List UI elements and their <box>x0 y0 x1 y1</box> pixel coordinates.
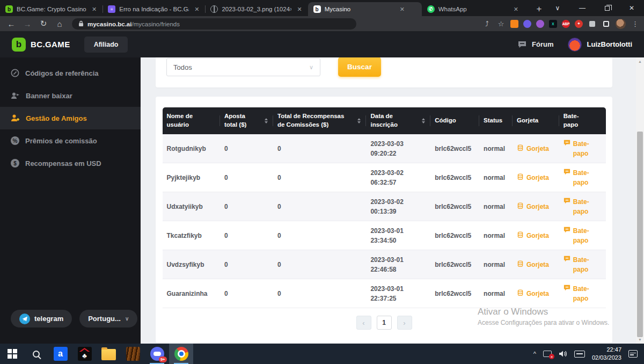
tab-close-icon[interactable]: ✕ <box>90 5 98 13</box>
browser-tab[interactable]: b BC.Game: Crypto Casino Gam ✕ <box>0 2 103 16</box>
browser-tab-active[interactable]: b Mycasino ✕ <box>308 2 422 16</box>
start-button[interactable] <box>0 344 24 364</box>
url-host: mycasino.bc.ai <box>87 21 131 27</box>
nav-affiliate[interactable]: Afiliado <box>84 37 128 53</box>
taskbar-amd-app[interactable]: a <box>48 344 72 364</box>
extension-square-icon[interactable] <box>602 19 611 28</box>
tip-link[interactable]: Gorjeta <box>513 202 559 212</box>
tip-link[interactable]: Gorjeta <box>513 231 559 241</box>
share-icon[interactable]: ⤴ <box>482 19 492 28</box>
taskbar-clock[interactable]: 22:47 02/03/2023 <box>592 346 621 362</box>
taskbar-chrome-app[interactable] <box>169 344 193 364</box>
chat-link[interactable]: Bate-papo <box>559 168 606 187</box>
column-header[interactable]: Aposta total ($) <box>220 107 273 134</box>
restore-button[interactable] <box>595 0 619 16</box>
cell-status: normal <box>479 231 513 241</box>
sort-icon[interactable] <box>422 118 426 123</box>
browser-toolbar: ← → ↻ ⌂ mycasino.bc.ai/mycasino/friends … <box>0 16 644 31</box>
tab-close-icon[interactable]: ✕ <box>512 5 520 13</box>
column-header[interactable]: Data de inscrição <box>366 107 430 134</box>
bcgame-logo-icon[interactable]: b <box>12 38 26 52</box>
tab-close-icon[interactable]: ✕ <box>193 5 201 13</box>
chat-link[interactable]: Bate-papo <box>559 284 606 303</box>
pagination-current-page[interactable]: 1 <box>377 316 392 330</box>
extension-exchange-icon[interactable]: X <box>549 20 557 28</box>
scrollbar-thumb[interactable] <box>637 132 643 337</box>
pagination-next-button[interactable]: › <box>397 316 412 330</box>
chat-bubble-icon <box>564 227 570 233</box>
scroll-up-icon[interactable]: ▲ <box>636 57 644 65</box>
search-button[interactable]: Buscar <box>338 57 381 77</box>
address-bar[interactable]: mycasino.bc.ai/mycasino/friends <box>72 18 356 30</box>
tip-link[interactable]: Gorjeta <box>513 289 559 299</box>
tip-link[interactable]: Gorjeta <box>513 173 559 183</box>
close-window-button[interactable]: ✕ <box>619 0 644 16</box>
tab-title: 2023-03-02_3.png (1024×76 <box>222 6 291 12</box>
page-scrollbar[interactable]: ▲ ▼ <box>636 57 644 344</box>
extension-purple-icon[interactable] <box>536 20 544 28</box>
taskbar-search-button[interactable] <box>24 344 48 364</box>
taskbar-file-explorer[interactable] <box>97 344 121 364</box>
poker-club-icon: ♣ <box>78 347 92 361</box>
sidebar-item-banner-download[interactable]: Banner baixar <box>0 84 141 107</box>
browser-tab[interactable]: 2023-03-02_3.png (1024×76 ✕ <box>205 2 308 16</box>
taskbar-poker-app[interactable]: ♣ <box>72 344 97 364</box>
touch-keyboard-icon[interactable] <box>574 351 585 358</box>
table-header-row: Nome de usuárioAposta total ($)Total de … <box>163 107 606 134</box>
sort-icon[interactable] <box>357 118 362 123</box>
new-tab-button[interactable]: + <box>533 2 545 16</box>
volume-icon[interactable] <box>559 350 567 358</box>
tray-expand-icon[interactable]: ^ <box>533 351 536 357</box>
column-header[interactable]: Total de Recompensas de Comissões ($) <box>273 107 366 134</box>
profile-avatar[interactable] <box>616 19 626 29</box>
forward-button[interactable]: → <box>20 19 34 28</box>
taskbar-game-app[interactable] <box>121 344 145 364</box>
username[interactable]: LuizBortolotti <box>587 40 632 48</box>
action-center-icon[interactable] <box>628 350 638 358</box>
language-selector[interactable]: Portugu... ∨ <box>79 310 137 327</box>
filter-select[interactable]: Todos ∨ <box>166 58 320 76</box>
home-button[interactable]: ⌂ <box>53 19 67 28</box>
taskbar-discord-app[interactable]: 9+ <box>145 344 169 364</box>
cell-commission-total: 0 <box>273 144 366 154</box>
chat-link[interactable]: Bate-papo <box>559 255 606 274</box>
chat-link[interactable]: Bate-papo <box>559 197 606 216</box>
tab-close-icon[interactable]: ✕ <box>295 5 303 13</box>
brand-title[interactable]: BC.GAME <box>31 40 70 49</box>
tab-close-icon[interactable]: ✕ <box>398 5 406 13</box>
sort-icon[interactable] <box>265 118 269 123</box>
forum-link[interactable]: Fórum <box>532 40 553 48</box>
table-row: Guaranizinha002023-03-0122:37:25brlc62wc… <box>163 279 606 308</box>
pagination-prev-button[interactable]: ‹ <box>356 316 371 330</box>
minimize-button[interactable]: — <box>570 0 595 16</box>
chat-link[interactable]: Bate-papo <box>559 226 606 245</box>
tab-search-icon[interactable]: ∨ <box>545 0 570 16</box>
browser-tab[interactable]: ✆ WhatsApp ✕ <box>422 2 531 16</box>
sidebar-item-usd-rewards[interactable]: $ Recompensas em USD <box>0 152 141 174</box>
back-button[interactable]: ← <box>4 19 18 28</box>
bookmark-star-icon[interactable]: ☆ <box>496 19 506 28</box>
chat-link[interactable]: Bate-papo <box>559 139 606 158</box>
browser-menu-icon[interactable]: ⋮ <box>631 19 640 28</box>
tip-link[interactable]: Gorjeta <box>513 260 559 270</box>
tray-time: 22:47 <box>592 346 621 354</box>
reload-button[interactable]: ↻ <box>36 19 50 28</box>
telegram-button[interactable]: telegram <box>11 310 72 327</box>
telegram-icon <box>19 314 30 324</box>
scroll-down-icon[interactable]: ▼ <box>636 336 644 344</box>
cell-bet-total: 0 <box>220 289 273 299</box>
browser-tab[interactable]: ≡ Erro na Indicação - BC.Game ✕ <box>103 2 205 16</box>
extensions-puzzle-icon[interactable] <box>588 19 597 28</box>
cell-commission-total: 0 <box>273 173 366 183</box>
extension-metamask-icon[interactable] <box>510 20 518 28</box>
tip-link[interactable]: Gorjeta <box>513 144 559 154</box>
extension-phantom-icon[interactable] <box>523 20 531 28</box>
user-avatar[interactable] <box>568 38 582 52</box>
sidebar-item-commission-rewards[interactable]: % Prêmios de comissão <box>0 129 141 152</box>
sidebar-item-friends-management[interactable]: Gestão de Amigos <box>0 107 141 129</box>
extension-adblock-icon[interactable]: ABP <box>562 20 570 28</box>
network-error-icon[interactable] <box>543 351 552 357</box>
sidebar-item-referral-codes[interactable]: Códigos de referência <box>0 62 141 84</box>
extension-blocker-hand-icon[interactable]: ✦ <box>575 20 583 28</box>
sidebar-item-label: Recompensas em USD <box>25 159 101 168</box>
